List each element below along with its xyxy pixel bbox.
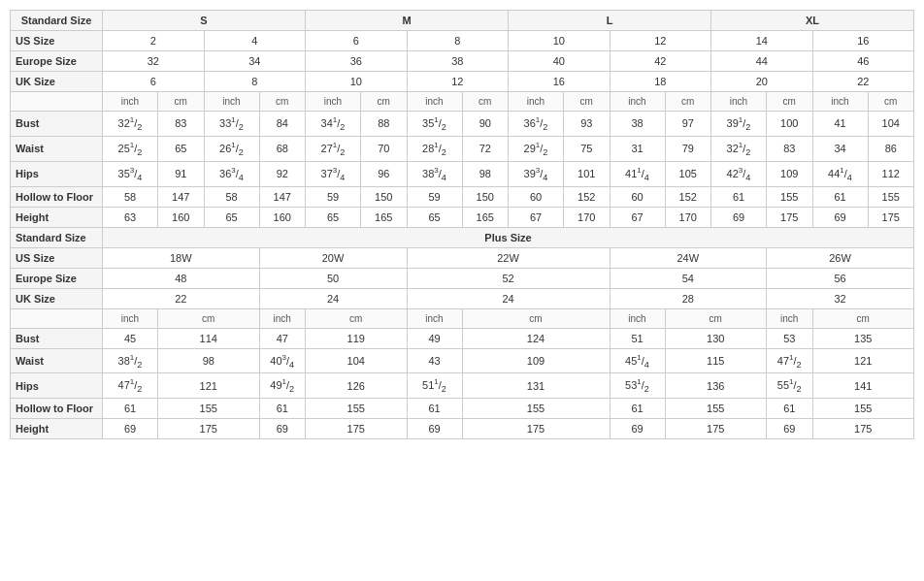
hips-4-inch: 383/4 xyxy=(407,161,462,186)
bust-8-cm: 104 xyxy=(868,112,914,137)
height-8-inch: 69 xyxy=(812,207,868,227)
p-cm-5: cm xyxy=(812,308,914,328)
uk-20: 20 xyxy=(711,72,813,92)
hips-label-1: Hips xyxy=(11,161,103,186)
plus-europe-size-row: Europe Size 48 50 52 54 56 xyxy=(11,268,914,288)
plus-uk-size-row: UK Size 22 24 24 28 32 xyxy=(11,288,914,308)
pw-2-inch: 403/4 xyxy=(259,348,306,373)
unit-cm-7: cm xyxy=(767,92,813,112)
standard-size-label-2: Standard Size xyxy=(11,227,103,247)
height-1-cm: 160 xyxy=(158,207,205,227)
pht-1-cm: 175 xyxy=(158,419,260,439)
hips-1-inch: 353/4 xyxy=(103,161,158,186)
p-inch-5: inch xyxy=(767,308,813,328)
height-row-1: Height 63 160 65 160 65 165 65 165 67 17… xyxy=(11,207,914,227)
bust-row-1: Bust 321/2 83 331/2 84 341/2 88 351/2 90… xyxy=(11,112,914,137)
pw-5-inch: 471/2 xyxy=(767,348,813,373)
hips-8-cm: 112 xyxy=(868,161,914,186)
unit-cm-5: cm xyxy=(564,92,610,112)
hips-3-inch: 373/4 xyxy=(306,161,361,186)
s-header: S xyxy=(103,11,306,31)
waist-5-inch: 291/2 xyxy=(509,136,564,161)
unit-cm-8: cm xyxy=(868,92,914,112)
bust-5-inch: 361/2 xyxy=(509,112,564,137)
plus-us-22w: 22W xyxy=(407,247,610,268)
hips-4-cm: 98 xyxy=(462,161,509,186)
us-10: 10 xyxy=(509,31,610,51)
hollow-7-cm: 155 xyxy=(767,186,813,207)
bust-1-inch: 321/2 xyxy=(103,112,158,137)
plus-hips-row: Hips 471/2 121 491/2 126 511/2 131 531/2… xyxy=(11,373,914,399)
eu-44: 44 xyxy=(711,51,813,72)
pht-4-inch: 69 xyxy=(610,419,665,439)
hollow-4-inch: 59 xyxy=(407,186,462,207)
section2-header-row: Standard Size Plus Size xyxy=(11,227,914,247)
ph-5-cm: 141 xyxy=(812,373,914,399)
europe-size-row: Europe Size 32 34 36 38 40 42 44 46 xyxy=(11,51,914,72)
unit-cm-3: cm xyxy=(361,92,408,112)
pb-5-cm: 135 xyxy=(812,328,914,348)
waist-2-cm: 68 xyxy=(259,136,306,161)
ph-4-cm: 136 xyxy=(665,373,767,399)
uk-size-row: UK Size 6 8 10 12 16 18 20 22 xyxy=(11,72,914,92)
standard-size-cell: Standard Size xyxy=(11,11,103,31)
height-7-cm: 175 xyxy=(767,207,813,227)
unit-inch-5: inch xyxy=(509,92,564,112)
unit-row-1: inch cm inch cm inch cm inch cm inch cm … xyxy=(11,92,914,112)
ph-1-inch: 471/2 xyxy=(103,373,158,399)
unit-inch-7: inch xyxy=(711,92,767,112)
height-3-cm: 165 xyxy=(361,207,408,227)
unit-inch-6: inch xyxy=(610,92,665,112)
waist-2-inch: 261/2 xyxy=(204,136,259,161)
hips-5-inch: 393/4 xyxy=(509,161,564,186)
phf-1-cm: 155 xyxy=(158,399,260,419)
eu-36: 36 xyxy=(306,51,408,72)
pht-5-cm: 175 xyxy=(812,419,914,439)
plus-height-row: Height 69 175 69 175 69 175 69 175 69 17… xyxy=(11,419,914,439)
pht-4-cm: 175 xyxy=(665,419,767,439)
height-2-cm: 160 xyxy=(259,207,306,227)
waist-row-1: Waist 251/2 65 261/2 68 271/2 70 281/2 7… xyxy=(11,136,914,161)
uk-10: 10 xyxy=(306,72,408,92)
hollow-3-cm: 150 xyxy=(361,186,408,207)
bust-6-inch: 38 xyxy=(610,112,665,137)
hollow-row-1: Hollow to Floor 58 147 58 147 59 150 59 … xyxy=(11,186,914,207)
p-cm-1: cm xyxy=(158,308,260,328)
hips-5-cm: 101 xyxy=(564,161,610,186)
hollow-label-1: Hollow to Floor xyxy=(11,186,103,207)
us-2: 2 xyxy=(103,31,205,51)
plus-uk-24: 24 xyxy=(259,288,407,308)
pw-2-cm: 104 xyxy=(306,348,408,373)
pw-4-inch: 451/4 xyxy=(610,348,665,373)
unit-inch-3: inch xyxy=(306,92,361,112)
pb-1-inch: 45 xyxy=(103,328,158,348)
hips-row-1: Hips 353/4 91 363/4 92 373/4 96 383/4 98… xyxy=(11,161,914,186)
plus-unit-empty xyxy=(11,308,103,328)
phf-3-inch: 61 xyxy=(407,399,462,419)
hips-6-inch: 411/4 xyxy=(610,161,665,186)
plus-uk-28: 28 xyxy=(610,288,767,308)
pw-3-cm: 109 xyxy=(462,348,610,373)
waist-7-inch: 321/2 xyxy=(711,136,767,161)
plus-us-size-row: US Size 18W 20W 22W 24W 26W xyxy=(11,247,914,268)
eu-32: 32 xyxy=(103,51,205,72)
phf-3-cm: 155 xyxy=(462,399,610,419)
pb-3-inch: 49 xyxy=(407,328,462,348)
p-inch-3: inch xyxy=(407,308,462,328)
ph-1-cm: 121 xyxy=(158,373,260,399)
waist-6-cm: 79 xyxy=(665,136,711,161)
phf-5-cm: 155 xyxy=(812,399,914,419)
pw-5-cm: 121 xyxy=(812,348,914,373)
pb-2-inch: 47 xyxy=(259,328,306,348)
bust-3-inch: 341/2 xyxy=(306,112,361,137)
hips-2-inch: 363/4 xyxy=(204,161,259,186)
uk-12: 12 xyxy=(407,72,509,92)
bust-2-inch: 331/2 xyxy=(204,112,259,137)
eu-34: 34 xyxy=(204,51,306,72)
hips-7-cm: 109 xyxy=(767,161,813,186)
pw-4-cm: 115 xyxy=(665,348,767,373)
uk-8: 8 xyxy=(204,72,306,92)
height-5-inch: 67 xyxy=(509,207,564,227)
plus-eu-52: 52 xyxy=(407,268,610,288)
eu-46: 46 xyxy=(812,51,914,72)
